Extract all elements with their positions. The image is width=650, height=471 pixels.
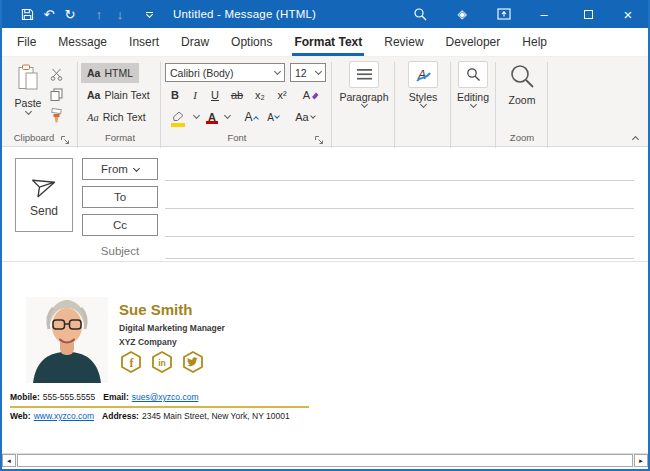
scroll-left-arrow[interactable]: ◄ bbox=[2, 454, 16, 467]
format-painter-icon[interactable] bbox=[46, 107, 66, 125]
signature-contact-line2: Web:www.xyzco.comAddress:2345 Main Stree… bbox=[10, 411, 298, 421]
shrink-font-button[interactable]: A bbox=[264, 108, 282, 126]
subject-label: Subject bbox=[82, 245, 158, 257]
tab-message[interactable]: Message bbox=[47, 28, 118, 56]
format-plain-text-button[interactable]: Aa Plain Text bbox=[81, 85, 156, 105]
popout-icon[interactable] bbox=[494, 0, 514, 28]
signature-name: Sue Smith bbox=[119, 301, 192, 318]
clipboard-dialog-launcher-icon[interactable] bbox=[60, 131, 72, 143]
signature-social-icons: f in bbox=[119, 350, 205, 374]
close-button[interactable]: × bbox=[618, 0, 638, 28]
move-up-icon[interactable]: ↑ bbox=[91, 0, 107, 28]
mobile-value: 555-555.5555 bbox=[43, 392, 95, 402]
subject-field[interactable] bbox=[165, 258, 634, 259]
customize-qat-icon[interactable] bbox=[141, 0, 157, 28]
paste-button[interactable]: Paste bbox=[10, 61, 46, 135]
clear-formatting-a: A bbox=[303, 89, 310, 101]
email-link[interactable]: sues@xyzco.com bbox=[132, 392, 199, 402]
aa-glyph: Aa bbox=[87, 89, 100, 101]
cc-button[interactable]: Cc bbox=[82, 214, 158, 236]
twitter-icon[interactable] bbox=[181, 350, 205, 374]
chevron-up-icon bbox=[253, 116, 259, 122]
styles-button[interactable]: A Styles bbox=[398, 61, 448, 107]
underline-button[interactable]: U bbox=[206, 86, 224, 104]
scroll-right-arrow[interactable]: ► bbox=[634, 454, 648, 467]
font-color-dropdown-chevron-icon[interactable] bbox=[224, 112, 231, 119]
aa-glyph: Aa bbox=[87, 67, 100, 79]
from-field[interactable] bbox=[165, 180, 634, 181]
tab-options[interactable]: Options bbox=[220, 28, 283, 56]
message-header: Send From To Cc Subject bbox=[2, 148, 648, 262]
tab-developer[interactable]: Developer bbox=[435, 28, 512, 56]
subscript-button[interactable]: x₂ bbox=[251, 86, 269, 104]
address-value: 2345 Main Street, New York, NY 10001 bbox=[142, 411, 290, 421]
paste-dropdown-chevron-icon[interactable] bbox=[24, 108, 31, 115]
font-color-button[interactable]: A bbox=[203, 108, 221, 126]
premium-diamond-icon[interactable]: ◈ bbox=[452, 0, 472, 28]
tab-format-text[interactable]: Format Text bbox=[283, 28, 373, 56]
editing-button[interactable]: Editing bbox=[452, 61, 494, 107]
minimize-button[interactable]: – bbox=[534, 0, 554, 28]
paragraph-button[interactable]: Paragraph bbox=[336, 61, 392, 107]
font-dialog-launcher-icon[interactable] bbox=[314, 131, 326, 143]
to-button[interactable]: To bbox=[82, 186, 158, 208]
clear-formatting-button[interactable]: A bbox=[302, 86, 320, 104]
move-down-icon[interactable]: ↓ bbox=[112, 0, 128, 28]
tab-insert[interactable]: Insert bbox=[118, 28, 170, 56]
format-html-button[interactable]: Aa HTML bbox=[81, 63, 139, 83]
highlight-dropdown-chevron-icon[interactable] bbox=[193, 112, 200, 119]
chevron-down-icon bbox=[419, 101, 426, 108]
redo-icon[interactable]: ↻ bbox=[62, 0, 78, 28]
tab-file[interactable]: File bbox=[6, 28, 47, 56]
change-case-button[interactable]: Aa bbox=[292, 108, 318, 126]
format-plain-text-label: Plain Text bbox=[104, 89, 149, 101]
shrink-a: A bbox=[267, 112, 274, 123]
from-label: From bbox=[101, 163, 128, 175]
web-label: Web: bbox=[10, 411, 31, 421]
linkedin-icon[interactable]: in bbox=[150, 350, 174, 374]
grow-a: A bbox=[244, 110, 252, 124]
collapse-ribbon-chevron-icon[interactable] bbox=[632, 136, 639, 143]
copy-icon[interactable] bbox=[46, 85, 66, 103]
cut-icon[interactable] bbox=[46, 65, 66, 83]
cc-label: Cc bbox=[113, 219, 127, 231]
font-name-select[interactable]: Calibri (Body) bbox=[165, 63, 285, 82]
save-icon[interactable] bbox=[18, 0, 36, 28]
italic-button[interactable]: I bbox=[186, 86, 204, 104]
signature-photo bbox=[26, 297, 108, 383]
font-size-select[interactable]: 12 bbox=[290, 63, 326, 82]
cc-field[interactable] bbox=[165, 236, 634, 237]
strikethrough-button[interactable]: ab bbox=[228, 86, 246, 104]
clipboard-group-label: Clipboard bbox=[8, 132, 60, 143]
paragraph-lines-icon bbox=[349, 61, 379, 88]
search-icon[interactable] bbox=[410, 0, 430, 28]
svg-text:in: in bbox=[158, 358, 166, 368]
to-field[interactable] bbox=[165, 208, 634, 209]
chevron-down-icon bbox=[315, 68, 322, 75]
gold-divider bbox=[10, 406, 309, 408]
from-button[interactable]: From bbox=[82, 158, 158, 180]
bold-button[interactable]: B bbox=[166, 86, 184, 104]
zoom-label: Zoom bbox=[509, 94, 536, 106]
tab-help[interactable]: Help bbox=[511, 28, 558, 56]
tab-review[interactable]: Review bbox=[373, 28, 434, 56]
grow-font-button[interactable]: A bbox=[242, 108, 260, 126]
message-body[interactable]: Sue Smith Digital Marketing Manager XYZ … bbox=[2, 263, 648, 453]
font-group-label: Font bbox=[207, 132, 267, 143]
zoom-button[interactable]: Zoom bbox=[499, 61, 545, 106]
superscript-button[interactable]: x² bbox=[273, 86, 291, 104]
font-name-value: Calibri (Body) bbox=[170, 67, 234, 79]
horizontal-scrollbar: ◄ ► bbox=[2, 453, 648, 467]
facebook-icon[interactable]: f bbox=[119, 350, 143, 374]
scrollbar-thumb[interactable] bbox=[17, 454, 633, 467]
chevron-down-icon bbox=[274, 113, 280, 119]
maximize-button[interactable] bbox=[578, 0, 598, 28]
text-highlight-button[interactable] bbox=[166, 108, 190, 126]
send-button[interactable]: Send bbox=[15, 158, 73, 232]
undo-icon[interactable]: ↶ bbox=[41, 0, 57, 28]
address-label: Address: bbox=[102, 411, 139, 421]
tab-draw[interactable]: Draw bbox=[170, 28, 220, 56]
web-link[interactable]: www.xyzco.com bbox=[34, 411, 94, 421]
paste-clipboard-icon bbox=[17, 64, 39, 95]
format-rich-text-button[interactable]: Aa Rich Text bbox=[81, 107, 152, 127]
